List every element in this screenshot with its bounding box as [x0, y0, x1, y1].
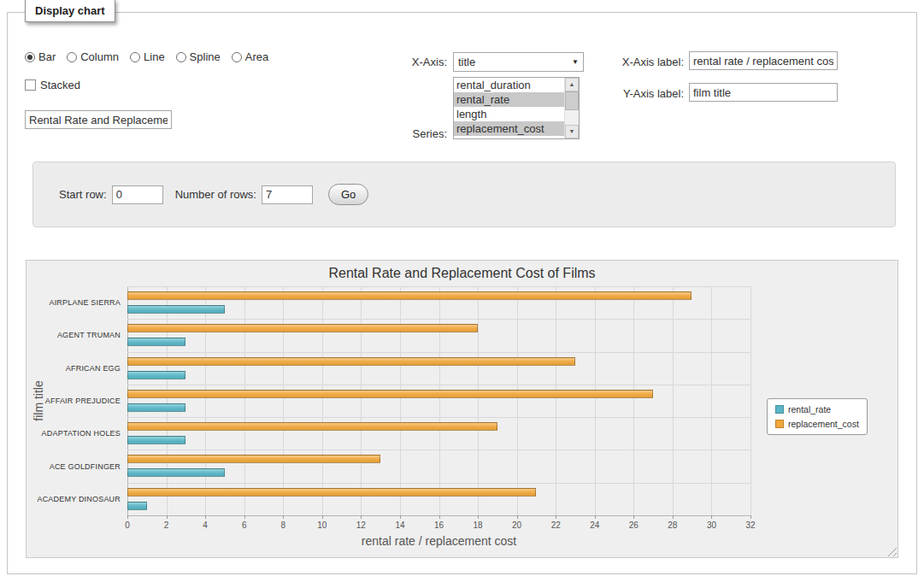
bar-replacement_cost	[127, 357, 575, 366]
category-label: AFRICAN EGG	[26, 363, 121, 373]
y-gridline	[127, 417, 750, 418]
x-tick-mark	[439, 515, 440, 519]
bar-rental_rate	[127, 436, 185, 444]
y-axis-label-input[interactable]	[689, 83, 838, 102]
x-tick-label: 12	[356, 520, 366, 530]
radio-icon	[25, 52, 35, 62]
x-tick-mark	[711, 515, 712, 519]
rows-panel: Start row: Number of rows: Go	[32, 162, 896, 227]
chart-legend: rental_ratereplacement_cost	[767, 398, 868, 435]
x-gridline	[400, 286, 401, 515]
bar-rental_rate	[127, 371, 185, 379]
x-tick-label: 4	[203, 520, 208, 530]
x-gridline	[244, 286, 245, 515]
chart-type-radio-spline[interactable]: Spline	[176, 50, 221, 63]
radio-label: Area	[245, 50, 268, 63]
x-tick-mark	[673, 515, 674, 519]
legend-item-replacement_cost[interactable]: replacement_cost	[775, 419, 859, 429]
x-gridline	[322, 286, 323, 515]
series-option-replacement_cost[interactable]: replacement_cost	[454, 121, 564, 136]
series-option-rental_duration[interactable]: rental_duration	[454, 78, 564, 92]
x-tick-label: 2	[164, 520, 169, 530]
x-gridline	[750, 286, 751, 515]
y-gridline	[127, 385, 750, 385]
x-tick-label: 18	[474, 520, 483, 530]
x-gridline	[283, 286, 284, 515]
x-tick-mark	[750, 515, 751, 519]
x-tick-label: 16	[434, 520, 444, 530]
x-tick-mark	[400, 515, 401, 519]
chart-type-radio-column[interactable]: Column	[67, 50, 119, 63]
category-label: AIRPLANE SIERRA	[26, 297, 121, 308]
legend-label: replacement_cost	[788, 419, 859, 429]
bar-replacement_cost	[127, 291, 692, 300]
x-gridline	[673, 286, 674, 515]
x-axis-select[interactable]: title ▼	[453, 52, 584, 72]
chart-type-radio-area[interactable]: Area	[232, 50, 268, 63]
series-option-length[interactable]: length	[454, 107, 564, 121]
x-gridline	[439, 286, 440, 515]
chart-type-radio-bar[interactable]: Bar	[25, 50, 56, 63]
x-tick-label: 10	[317, 520, 327, 530]
x-axis-label-label: X-Axis label:	[568, 56, 684, 68]
stacked-checkbox[interactable]: Stacked	[25, 79, 80, 91]
radio-icon	[67, 52, 77, 62]
x-tick-label: 20	[512, 520, 521, 530]
bar-rental_rate	[127, 468, 225, 477]
series-listbox[interactable]: rental_durationrental_ratelengthreplacem…	[453, 77, 580, 139]
x-tick-mark	[517, 515, 518, 519]
x-tick-mark	[361, 515, 362, 519]
number-of-rows-input[interactable]	[262, 185, 313, 204]
x-tick-mark	[244, 515, 245, 519]
x-tick-mark	[478, 515, 479, 519]
x-axis-ticks: 02468101214161820222426283032	[127, 515, 750, 534]
x-tick-label: 8	[280, 520, 285, 530]
start-row-input[interactable]	[112, 185, 163, 204]
y-gridline	[127, 352, 750, 353]
radio-label: Column	[80, 50, 119, 63]
x-axis-label-input[interactable]	[689, 51, 838, 70]
x-gridline	[127, 286, 128, 515]
bar-rental_rate	[127, 502, 147, 510]
series-option-rental_rate[interactable]: rental_rate	[454, 92, 564, 107]
legend-item-rental_rate[interactable]: rental_rate	[775, 404, 859, 414]
x-gridline	[711, 286, 712, 515]
chart-title-input[interactable]	[25, 110, 172, 129]
y-gridline	[127, 319, 750, 320]
category-label: ACADEMY DINOSAUR	[26, 494, 121, 504]
go-button[interactable]: Go	[328, 184, 368, 205]
radio-label: Spline	[190, 50, 221, 63]
x-axis-selected-value: title	[458, 56, 475, 68]
chart-type-radio-line[interactable]: Line	[130, 50, 165, 63]
x-gridline	[361, 286, 362, 515]
resize-handle-icon[interactable]	[886, 545, 897, 556]
legend-swatch	[775, 405, 784, 414]
radio-icon	[130, 52, 140, 62]
category-label: AGENT TRUMAN	[26, 330, 121, 340]
chart-panel: Rental Rate and Replacement Cost of Film…	[26, 260, 898, 558]
display-chart-fieldset: Display chart BarColumnLineSplineArea St…	[7, 12, 917, 574]
x-gridline	[205, 286, 206, 515]
x-gridline	[556, 286, 556, 515]
bar-rental_rate	[127, 338, 185, 346]
category-label: ACE GOLDFINGER	[26, 461, 121, 472]
start-row-label: Start row:	[59, 188, 107, 201]
legend-label: rental_rate	[788, 404, 831, 414]
x-tick-mark	[167, 515, 168, 519]
scroll-down-icon[interactable]: ▼	[565, 125, 579, 138]
checkbox-icon	[25, 79, 36, 91]
radio-icon	[232, 52, 242, 62]
x-gridline	[595, 286, 596, 515]
series-list-items: rental_durationrental_ratelengthreplacem…	[454, 78, 564, 138]
x-tick-label: 22	[551, 520, 561, 530]
x-tick-mark	[633, 515, 634, 519]
radio-icon	[176, 52, 186, 62]
page: Display chart BarColumnLineSplineArea St…	[0, 0, 924, 582]
series-label: Series:	[367, 127, 447, 140]
radio-label: Line	[144, 50, 165, 63]
x-gridline	[167, 286, 168, 515]
y-gridline	[127, 450, 750, 450]
y-axis-label-label: Y-Axis label:	[568, 87, 684, 100]
bar-rental_rate	[127, 305, 225, 314]
bar-rental_rate	[127, 403, 185, 412]
